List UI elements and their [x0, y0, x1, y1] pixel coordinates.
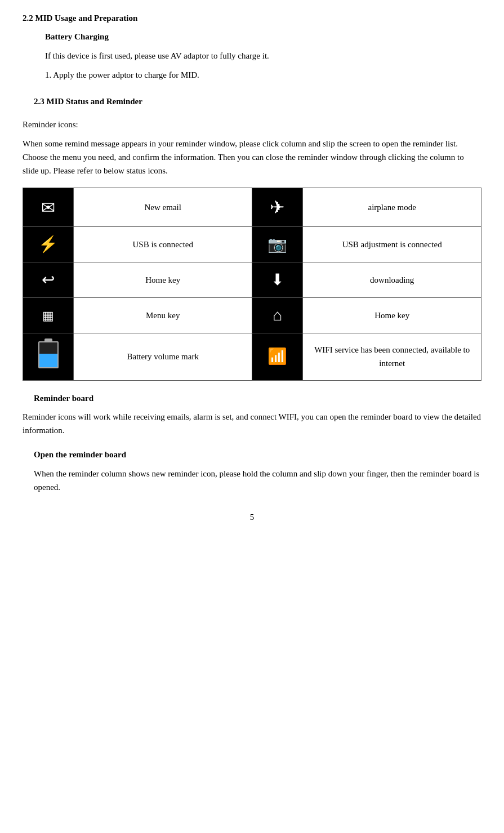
home-icon: ⌂: [273, 306, 282, 324]
table-row: Battery volume mark 📶 WIFI service has b…: [23, 333, 481, 381]
charging-line2: 1. Apply the power adptor to charge for …: [45, 68, 481, 82]
wifi-label: WIFI service has been connected, availab…: [303, 333, 481, 381]
reminder-board-title: Reminder board: [34, 392, 481, 405]
airplane-icon: ✈: [270, 197, 285, 217]
email-icon-cell: ✉: [23, 188, 74, 227]
usb-adjustment-label: USB adjustment is connected: [303, 227, 481, 262]
battery-volume-label: Battery volume mark: [74, 333, 252, 381]
wifi-icon: 📶: [267, 348, 287, 365]
download-icon: ⬇: [271, 271, 284, 288]
open-reminder-title: Open the reminder board: [34, 448, 481, 461]
battery-icon: [38, 341, 59, 368]
table-row: ▦ Menu key ⌂ Home key: [23, 298, 481, 333]
camera-icon: 📷: [267, 235, 287, 253]
menu-key-label: Menu key: [74, 298, 252, 333]
new-email-label: New email: [74, 188, 252, 227]
wifi-icon-cell: 📶: [252, 333, 302, 381]
page-content: 2.2 MID Usage and Preparation Battery Ch…: [23, 11, 481, 523]
section-title: 2.2 MID Usage and Preparation: [23, 11, 481, 25]
usb-icon-cell: ⚡: [23, 227, 74, 262]
page-number: 5: [23, 511, 481, 524]
section-2-3-title: 2.3 MID Status and Reminder: [34, 95, 481, 108]
usb-connected-label: USB is connected: [74, 227, 252, 262]
home-back-icon-cell: ↩: [23, 262, 74, 298]
camera-icon-cell: 📷: [252, 227, 302, 262]
home-key-label-left: Home key: [74, 262, 252, 298]
table-row: ↩ Home key ⬇ downloading: [23, 262, 481, 298]
open-reminder-section: Open the reminder board When the reminde…: [23, 448, 481, 494]
usb-icon: ⚡: [38, 235, 58, 253]
section-2-3: 2.3 MID Status and Reminder Reminder ico…: [23, 95, 481, 178]
reminder-body: When some remind message appears in your…: [23, 137, 481, 177]
menu-icon: ▦: [42, 309, 54, 323]
download-icon-cell: ⬇: [252, 262, 302, 298]
table-row: ✉ New email ✈ airplane mode: [23, 188, 481, 227]
home-icon-cell: ⌂: [252, 298, 302, 333]
reminder-label: Reminder icons:: [23, 118, 481, 131]
battery-icon-cell: [23, 333, 74, 381]
battery-charging-title: Battery Charging: [45, 30, 481, 43]
menu-icon-cell: ▦: [23, 298, 74, 333]
home-back-icon: ↩: [42, 271, 55, 288]
reminder-board-section: Reminder board Reminder icons will work …: [23, 392, 481, 438]
home-key-label-right: Home key: [303, 298, 481, 333]
airplane-icon-cell: ✈: [252, 188, 302, 227]
open-reminder-body: When the reminder column shows new remin…: [34, 467, 481, 494]
reminder-board-body: Reminder icons will work while receiving…: [23, 410, 481, 437]
downloading-label: downloading: [303, 262, 481, 298]
status-icons-table: ✉ New email ✈ airplane mode ⚡ USB is con…: [23, 188, 481, 381]
charging-section: Battery Charging If this device is first…: [45, 30, 481, 82]
airplane-mode-label: airplane mode: [303, 188, 481, 227]
charging-line1: If this device is first used, please use…: [45, 49, 481, 63]
table-row: ⚡ USB is connected 📷 USB adjustment is c…: [23, 227, 481, 262]
email-icon: ✉: [41, 198, 55, 217]
